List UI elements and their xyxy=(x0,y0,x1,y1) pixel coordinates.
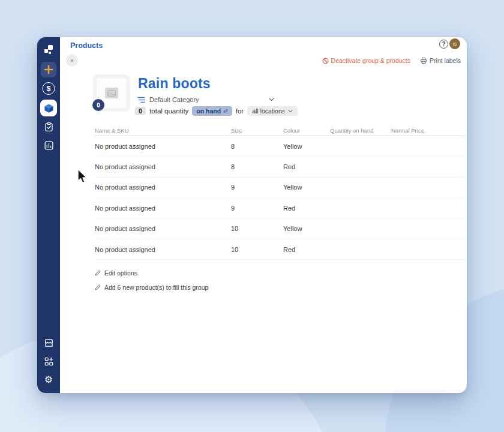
swap-icon: ⇄ xyxy=(223,108,228,114)
edit-options-label: Edit options xyxy=(104,269,137,277)
quantity-summary: 0 total quantity on hand ⇄ for all locat… xyxy=(135,106,298,116)
close-button[interactable]: × xyxy=(66,55,78,67)
column-header-name-sku: Name & SKU xyxy=(95,127,231,134)
sidebar-item-reports[interactable] xyxy=(43,139,55,151)
column-header-size: Size xyxy=(231,127,283,134)
table-row[interactable]: No product assigned 10 Red xyxy=(95,239,465,260)
clipboard-check-icon xyxy=(44,122,54,132)
sidebar-item-products-active[interactable] xyxy=(40,100,57,116)
table-row[interactable]: No product assigned 9 Red xyxy=(95,198,465,218)
sidebar-item-apps[interactable] xyxy=(43,355,55,367)
avatar[interactable]: IS xyxy=(449,38,460,49)
storefront-icon xyxy=(44,338,54,348)
dollar-icon: $ xyxy=(47,85,51,93)
cell-colour: Yellow xyxy=(283,143,330,150)
table-row[interactable]: No product assigned 8 Yellow xyxy=(95,136,465,157)
cell-name: No product assigned xyxy=(95,184,231,191)
cell-size: 10 xyxy=(231,225,283,232)
cell-name: No product assigned xyxy=(95,163,231,170)
cell-size: 9 xyxy=(231,184,283,191)
avatar-initials: IS xyxy=(453,42,457,46)
category-label: Default Category xyxy=(149,96,199,103)
cell-colour: Red xyxy=(283,205,330,212)
product-image-placeholder[interactable]: 0 xyxy=(93,74,130,112)
quantity-value-badge: 0 xyxy=(135,107,146,115)
table-header-row: Name & SKU Size Colour Quantity on hand … xyxy=(95,125,465,136)
printer-icon xyxy=(420,57,427,64)
deactivate-label: Deactivate group & products xyxy=(331,57,411,64)
image-placeholder-icon xyxy=(105,88,118,98)
table-row[interactable]: No product assigned 8 Red xyxy=(95,157,465,177)
add-products-label: Add 6 new product(s) to fill this group xyxy=(104,284,208,291)
main-content: Products ? IS Deactivate group & product… xyxy=(60,37,467,393)
edit-options-link[interactable]: Edit options xyxy=(95,269,137,277)
cell-name: No product assigned xyxy=(95,225,231,232)
quantity-mode-label: on hand xyxy=(196,107,221,115)
sidebar: $ xyxy=(37,37,60,393)
desktop: { "app": { "page_title": "Products", "he… xyxy=(0,0,504,432)
cell-size: 8 xyxy=(231,143,283,150)
app-window: $ xyxy=(37,37,467,393)
variants-table: Name & SKU Size Colour Quantity on hand … xyxy=(95,125,465,260)
sidebar-item-settings[interactable]: ⚙ xyxy=(43,374,55,386)
for-text: for xyxy=(236,107,244,115)
cell-colour: Red xyxy=(283,163,330,170)
bar-chart-icon xyxy=(44,140,54,151)
sidebar-item-inventory-tasks[interactable] xyxy=(43,121,55,133)
cell-name: No product assigned xyxy=(95,246,231,253)
page-title: Products xyxy=(70,41,103,50)
column-header-colour: Colour xyxy=(283,127,330,134)
cell-colour: Yellow xyxy=(283,225,330,232)
table-row[interactable]: No product assigned 10 Yellow xyxy=(95,219,465,239)
cell-name: No product assigned xyxy=(95,143,231,150)
cell-colour: Yellow xyxy=(283,184,330,191)
cube-icon xyxy=(43,103,55,114)
location-filter-select[interactable]: all locations xyxy=(247,106,298,116)
help-button[interactable]: ? xyxy=(439,40,448,49)
apps-plus-icon xyxy=(44,356,54,367)
add-products-link[interactable]: Add 6 new product(s) to fill this group xyxy=(95,284,208,291)
cell-name: No product assigned xyxy=(95,205,231,212)
category-select[interactable]: Default Category xyxy=(137,96,274,103)
table-row[interactable]: No product assigned 9 Yellow xyxy=(95,178,465,198)
gear-icon: ⚙ xyxy=(44,375,53,385)
app-logo-icon[interactable] xyxy=(42,44,55,56)
pencil-icon xyxy=(95,284,101,290)
pencil-icon xyxy=(95,270,101,276)
deactivate-group-button[interactable]: Deactivate group & products xyxy=(322,57,411,64)
location-filter-label: all locations xyxy=(252,107,285,115)
question-icon: ? xyxy=(442,41,445,47)
circle-slash-icon xyxy=(322,58,329,64)
column-header-price: Normal Price xyxy=(391,127,465,134)
product-group-name: Rain boots xyxy=(138,76,211,92)
quantity-mode-toggle[interactable]: on hand ⇄ xyxy=(192,106,232,116)
quantity-text: total quantity xyxy=(149,107,188,115)
cell-size: 10 xyxy=(231,246,283,253)
cell-size: 8 xyxy=(231,163,283,170)
category-icon xyxy=(137,97,145,103)
cell-size: 9 xyxy=(231,205,283,212)
add-button[interactable] xyxy=(41,62,56,77)
sidebar-item-sales[interactable]: $ xyxy=(43,82,55,95)
cell-colour: Red xyxy=(283,246,330,253)
group-actions: Deactivate group & products Print labels xyxy=(322,57,461,64)
column-header-quantity: Quantity on hand xyxy=(330,127,391,134)
chevron-down-icon xyxy=(288,110,293,113)
image-count-badge: 0 xyxy=(92,99,104,111)
print-labels-button[interactable]: Print labels xyxy=(420,57,461,64)
sidebar-item-store[interactable] xyxy=(43,337,55,349)
print-labels-label: Print labels xyxy=(430,57,461,64)
chevron-down-icon xyxy=(269,98,274,101)
close-icon: × xyxy=(70,57,74,64)
